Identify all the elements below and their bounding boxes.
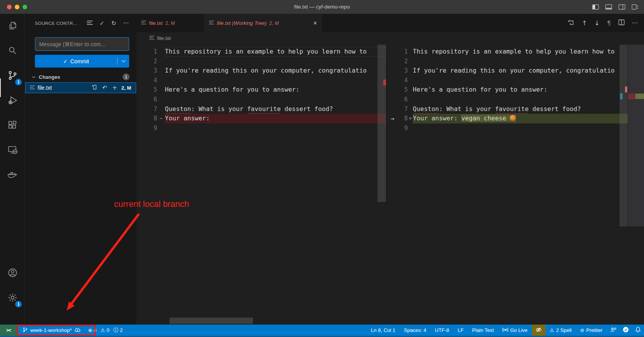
spell-checker-status[interactable]: ⚠ 2 Spell [545, 325, 576, 336]
status-check-button[interactable] [620, 325, 632, 336]
commit-dropdown-button[interactable] [118, 61, 129, 62]
sidebar-item-extensions[interactable] [0, 113, 25, 138]
error-count: 4 [94, 327, 97, 333]
sidebar-item-source-control[interactable]: 1 [0, 64, 25, 89]
cursor-position[interactable]: Ln 8, Col 1 [367, 325, 400, 336]
editor-line-4[interactable]: 4 [386, 76, 644, 85]
next-change-icon[interactable]: ↓ [594, 19, 599, 27]
overview-deleted-mark [628, 94, 635, 99]
tab-file-txt-working-tree[interactable]: file.txt (Working Tree) 2, M × [204, 14, 322, 32]
more-actions-icon[interactable]: ··· [632, 19, 638, 27]
editor-line-1[interactable]: 1This repository is an example to help y… [386, 47, 644, 57]
editor-group: file.txt 2, M file.txt (Working Tree) 2,… [137, 14, 644, 325]
commit-message-input[interactable] [35, 37, 129, 51]
diff-original-pane[interactable]: 1This repository is an example to help y… [137, 44, 386, 325]
customize-layout-icon[interactable] [632, 4, 639, 10]
chevron-down-icon [32, 75, 35, 78]
info-count: 2 [120, 327, 123, 333]
left-vertical-scrollbar[interactable] [377, 45, 386, 202]
feedback-button[interactable] [607, 325, 620, 336]
person-feedback-icon [610, 327, 616, 334]
sidebar-item-remote-explorer[interactable] [0, 138, 25, 163]
tab-file-txt[interactable]: file.txt 2, M [137, 14, 204, 32]
editor-line-6[interactable]: 6 [137, 95, 386, 104]
hide-issues-toggle[interactable] [532, 325, 545, 336]
spell-label: 2 Spell [556, 327, 571, 333]
tab-status: 2, M [165, 21, 175, 26]
eol-sequence[interactable]: LF [454, 325, 468, 336]
view-as-list-icon[interactable] [87, 20, 93, 27]
open-changes-icon[interactable] [568, 19, 575, 27]
file-icon [149, 35, 154, 41]
toggle-panel-icon[interactable] [605, 4, 612, 10]
previous-change-icon[interactable]: ↑ [582, 19, 587, 27]
chevron-down-icon [121, 59, 125, 63]
editor-line-2[interactable]: 2 [386, 57, 644, 66]
editor-line-9[interactable]: 9 [137, 123, 386, 133]
changes-section-header[interactable]: Changes 1 [25, 72, 137, 82]
toggle-secondary-sidebar-icon[interactable] [618, 4, 625, 10]
settings-button[interactable]: 1 [0, 286, 25, 311]
commit-action-icon[interactable]: ✓ [100, 20, 105, 27]
file-change-status: 2, M [121, 85, 131, 91]
right-vertical-scrollbar[interactable] [620, 45, 627, 226]
overview-added-mark [635, 94, 644, 99]
basketball-emoji [510, 115, 516, 121]
sidebar-title: SOURCE CONTROL [35, 21, 78, 26]
split-editor-icon[interactable] [618, 19, 625, 27]
revert-change-arrow-icon[interactable]: → [387, 114, 397, 123]
refresh-icon[interactable]: ↻ [111, 20, 116, 27]
commit-button[interactable]: ✓ Commit [35, 55, 129, 68]
title-bar: file.txt — cyf-demo-repo [0, 0, 644, 14]
stage-changes-icon[interactable]: + [112, 84, 117, 91]
changed-file-name: file.txt [38, 85, 52, 91]
problems-indicator[interactable]: ⊗ 4 ⚠ 0 ⓘ 2 [84, 325, 129, 336]
prettier-status[interactable]: ⊘ Prettier [576, 325, 607, 336]
sidebar-item-explorer[interactable] [0, 14, 25, 39]
circle-slash-icon: ⊘ [580, 327, 584, 333]
close-icon[interactable]: × [313, 20, 317, 27]
notifications-button[interactable] [632, 325, 644, 336]
left-horizontal-scrollbar[interactable] [170, 318, 253, 324]
branch-name: week-1-workshop* [30, 327, 72, 333]
editor-line-9[interactable]: 9 [386, 123, 644, 133]
tab-bar: file.txt 2, M file.txt (Working Tree) 2,… [137, 14, 644, 32]
editor-line-6[interactable]: 6 [386, 95, 644, 104]
error-icon: ⊗ [88, 327, 92, 333]
go-live-button[interactable]: Go Live [498, 325, 532, 336]
git-branch-icon [23, 327, 28, 334]
open-file-icon[interactable] [92, 84, 97, 92]
changed-file-row[interactable]: file.txt ↶ + 2, M [25, 82, 136, 93]
more-actions-icon[interactable]: ··· [123, 20, 129, 27]
editor-line-7[interactable]: 7Queston: What is your favourite dessert… [386, 104, 644, 114]
editor-line-8[interactable]: 8+Your answer: vegan cheese [386, 114, 644, 123]
toggle-sidebar-icon[interactable] [592, 4, 599, 10]
files-icon [7, 21, 17, 32]
editor-line-2[interactable]: 2 [137, 57, 386, 66]
sidebar-item-docker[interactable] [0, 163, 25, 188]
editor-line-5[interactable]: 5Here's a question for you to answer: [386, 85, 644, 95]
branch-indicator[interactable]: week-1-workshop* [19, 325, 84, 336]
remote-indicator[interactable]: >< [0, 325, 17, 336]
cloud-upload-icon [74, 327, 81, 334]
editor-line-1[interactable]: 1This repository is an example to help y… [137, 47, 386, 57]
editor-line-8[interactable]: 8−Your answer: [137, 114, 386, 123]
editor-line-3[interactable]: 3If you're reading this on your computer… [137, 66, 386, 76]
diff-modified-pane[interactable]: 1This repository is an example to help y… [386, 44, 644, 325]
language-mode[interactable]: Plain Text [468, 325, 498, 336]
breadcrumb[interactable]: file.txt [137, 32, 644, 44]
editor-line-4[interactable]: 4 [137, 76, 386, 85]
broadcast-icon [502, 327, 508, 334]
editor-line-7[interactable]: 7Queston: What is your favourite dessert… [137, 104, 386, 114]
editor-line-5[interactable]: 5Here's a question for you to answer: [137, 85, 386, 95]
sidebar-item-run-debug[interactable] [0, 89, 25, 113]
sidebar-item-search[interactable] [0, 39, 25, 64]
discard-changes-icon[interactable]: ↶ [102, 84, 107, 91]
toggle-whitespace-icon[interactable]: ¶ [607, 19, 611, 27]
editor-line-3[interactable]: 3If you're reading this on your computer… [386, 66, 644, 76]
warning-icon: ⚠ [100, 327, 105, 333]
changes-count-badge: 1 [123, 73, 130, 80]
accounts-button[interactable] [0, 261, 25, 286]
encoding[interactable]: UTF-8 [431, 325, 454, 336]
indentation[interactable]: Spaces: 4 [400, 325, 431, 336]
